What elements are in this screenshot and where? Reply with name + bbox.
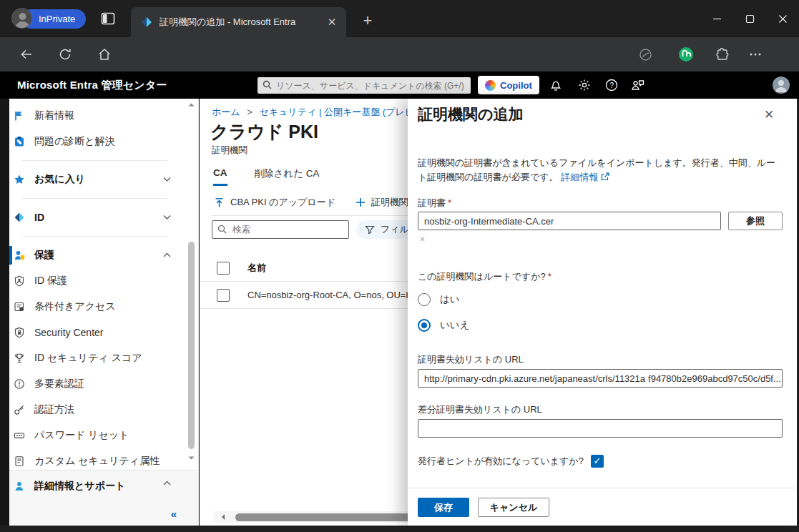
certificate-file-input[interactable]: [418, 212, 721, 230]
learn-more-link[interactable]: 詳細情報: [561, 172, 598, 182]
minimize-button[interactable]: [700, 0, 733, 37]
copilot-logo-icon: [485, 80, 496, 91]
panel-close-icon[interactable]: ✕: [761, 107, 777, 122]
sidebar-item-diagnose-solve[interactable]: 問題の診断と解決: [9, 129, 198, 154]
new-tab-button[interactable]: +: [358, 11, 378, 31]
scroll-left-icon[interactable]: [220, 513, 227, 521]
extensions-puzzle-icon[interactable]: [715, 47, 730, 61]
settings-gear-icon[interactable]: [578, 79, 591, 92]
inprivate-label: InPrivate: [39, 14, 75, 24]
radio-option-no[interactable]: いいえ: [418, 319, 469, 332]
profile-avatar-icon[interactable]: [11, 8, 32, 29]
tab-title: 証明機関の追加 - Microsoft Entra: [160, 16, 325, 29]
sidebar-item-password-reset[interactable]: パスワード リセット: [9, 423, 198, 448]
sidebar-list: 新着情報 問題の診断と解決 お気に入り ID: [9, 99, 198, 470]
scrollbar-thumb[interactable]: [188, 242, 195, 449]
tab-deleted-ca[interactable]: 削除された CA: [255, 167, 320, 186]
column-name: 名前: [247, 262, 266, 275]
radio-yes-icon[interactable]: [418, 293, 431, 306]
browser-navbar: https://entra.microsoft.com/#view/Micros…: [0, 37, 799, 72]
sidebar-item-whats-new[interactable]: 新着情報: [9, 103, 198, 129]
scroll-down-icon[interactable]: [188, 455, 195, 461]
diagnose-icon: [14, 136, 25, 147]
tab-favicon-entra-icon: [141, 16, 152, 28]
sidebar-item-mfa[interactable]: 多要素認証: [9, 371, 198, 397]
help-icon[interactable]: ?: [605, 79, 618, 92]
issuer-hint-checkbox-checked[interactable]: ✓: [591, 455, 604, 468]
chevron-down-icon: [162, 212, 172, 222]
more-options-icon[interactable]: ···: [300, 127, 314, 139]
tab-close-icon[interactable]: ✕: [325, 16, 339, 29]
delta-crl-url-input[interactable]: [418, 419, 783, 438]
global-search-input[interactable]: [258, 77, 471, 94]
notifications-bell-icon[interactable]: [549, 79, 562, 92]
is-root-question-label: この証明機関はルートですか?*: [418, 270, 552, 283]
key-icon: [14, 404, 25, 415]
sidebar-collapse-button[interactable]: «: [171, 508, 177, 520]
copilot-button[interactable]: Copilot: [478, 76, 539, 94]
remove-file-icon[interactable]: ×: [420, 235, 425, 245]
plus-icon: [356, 197, 366, 207]
command-bar: CBA PKI のアップロード 証明機関の追加: [214, 196, 436, 209]
protection-icon: [14, 250, 25, 261]
sidebar-group-protection[interactable]: 保護: [9, 242, 198, 268]
issuer-hint-label: 発行者ヒントが有効になっていますか?: [418, 455, 584, 468]
sidebar-group-favorites[interactable]: お気に入り: [9, 167, 198, 192]
feedback-icon[interactable]: [631, 79, 644, 92]
radio-no-icon-selected[interactable]: [418, 319, 431, 332]
crl-url-input[interactable]: http://primary-cdn.pki.azure.net/japanea…: [418, 369, 783, 388]
entra-id-icon: [14, 212, 25, 223]
sidebar-group-id[interactable]: ID: [9, 205, 198, 230]
add-ca-panel: 証明機関の追加 ✕ 証明機関の証明書が含まれているファイルをインポートします。発…: [408, 99, 797, 526]
close-button[interactable]: [766, 0, 799, 37]
radio-option-yes[interactable]: はい: [418, 293, 460, 306]
sidebar-item-id-secure-score[interactable]: ID セキュリティ スコア: [9, 345, 198, 371]
refresh-icon[interactable]: [58, 47, 72, 61]
save-button[interactable]: 保存: [418, 498, 469, 517]
list-search-input[interactable]: [212, 220, 349, 239]
sidebar-group-learn-support[interactable]: 詳細情報とサポート: [9, 471, 198, 499]
trophy-icon: [14, 353, 25, 364]
sidebar-item-security-center[interactable]: Security Center: [9, 320, 198, 345]
delta-crl-url-label: 差分証明書失効リストの URL: [418, 403, 542, 416]
sidebar-item-id-protection[interactable]: ID 保護: [9, 268, 198, 294]
tab-workspaces-icon[interactable]: [100, 11, 116, 26]
crl-url-label: 証明書失効リストの URL: [418, 353, 524, 366]
workspace: 新着情報 問題の診断と解決 お気に入り ID: [0, 99, 797, 526]
browser-menu-icon[interactable]: [748, 50, 763, 64]
shield-person-icon: [14, 275, 25, 287]
browse-button[interactable]: 参照: [728, 212, 783, 230]
upload-icon: [214, 197, 225, 208]
account-avatar[interactable]: [773, 77, 790, 94]
tab-ca[interactable]: CA: [213, 167, 227, 186]
scroll-up-icon[interactable]: [188, 102, 195, 108]
password-icon: [14, 430, 25, 441]
sidebar-item-conditional-access[interactable]: 条件付きアクセス: [9, 294, 198, 320]
row-checkbox[interactable]: [217, 289, 230, 302]
required-marker: *: [548, 271, 552, 282]
browser-tab[interactable]: 証明機関の追加 - Microsoft Entra ✕: [131, 7, 346, 37]
sidebar-divider: [22, 236, 167, 237]
sidebar-nav: 新着情報 問題の診断と解決 お気に入り ID: [9, 99, 199, 526]
row-name-cell: CN=nosbiz-org-Root-CA, O=nos, OU=bi: [247, 290, 413, 300]
search-icon: [217, 225, 227, 234]
back-icon[interactable]: [19, 47, 34, 61]
person-icon: [14, 481, 25, 492]
svg-text:?: ?: [609, 82, 614, 89]
sidebar-item-auth-methods[interactable]: 認証方法: [9, 397, 198, 423]
browser-window: InPrivate 証明機関の追加 - Microsoft Entra ✕ +: [0, 0, 799, 532]
home-icon[interactable]: [97, 47, 112, 61]
required-marker: *: [448, 197, 451, 208]
search-icon: [263, 80, 272, 89]
cancel-button[interactable]: キャンセル: [478, 498, 549, 517]
maximize-button[interactable]: [733, 0, 766, 37]
extension-green-icon[interactable]: [678, 46, 692, 61]
upload-cba-pki-button[interactable]: CBA PKI のアップロード: [214, 196, 335, 209]
sidebar-scrollbar[interactable]: [187, 102, 196, 461]
content-tabs: CA 削除された CA: [213, 167, 319, 186]
breadcrumb-home-link[interactable]: ホーム: [212, 107, 240, 117]
left-edge-strip: [0, 99, 9, 526]
split-screen-icon[interactable]: [639, 48, 653, 62]
select-all-checkbox[interactable]: [217, 262, 230, 275]
sidebar-item-custom-security-attributes[interactable]: カスタム セキュリティ属性: [9, 448, 198, 470]
